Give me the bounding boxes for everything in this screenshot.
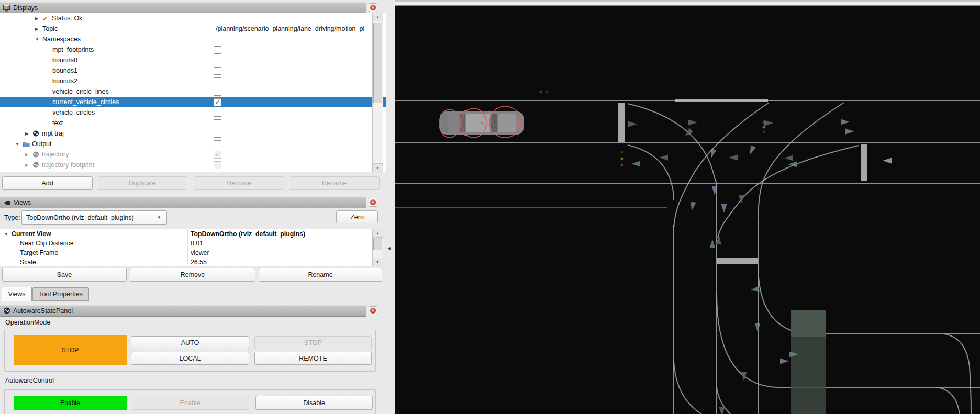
tree-row-mpt-footprints[interactable]: mpt_footprints [0, 44, 386, 55]
tree-label: vehicle_circles [52, 109, 95, 116]
property-value[interactable]: 26.55 [191, 259, 207, 266]
property-expand-down-icon[interactable]: ▼ [4, 232, 12, 237]
properties-scrollbar[interactable] [372, 229, 383, 266]
autoware-icon [32, 151, 42, 158]
tree-checkbox[interactable]: ✓ [214, 151, 221, 159]
scroll-down-icon[interactable] [373, 163, 383, 172]
view-type-dropdown[interactable]: TopDownOrtho (rviz_default_plugins) ▼ [21, 210, 167, 225]
splitter-handle[interactable] [153, 193, 185, 196]
tree-checkbox[interactable] [214, 119, 221, 127]
displays-monitor-icon [3, 5, 10, 12]
tree-checkbox[interactable] [214, 46, 221, 54]
displays-close-button[interactable]: ✕ [369, 3, 377, 12]
view-type-value: TopDownOrtho (rviz_default_plugins) [22, 214, 157, 221]
status-ok-icon: ✓ [42, 15, 48, 23]
tree-row-namespaces[interactable]: ▼Namespaces [0, 34, 386, 44]
autoware-control-state-button[interactable]: Enable [14, 396, 127, 410]
tree-row-vehicle-circles[interactable]: vehicle_circles [0, 107, 386, 118]
view-properties-table: ▼Current ViewTopDownOrtho (rviz_default_… [0, 229, 373, 266]
chevron-down-icon: ▼ [157, 215, 166, 220]
scrollbar-handle[interactable] [373, 23, 382, 103]
displays-add-button[interactable]: Add [2, 176, 93, 190]
displays-panel-header[interactable]: Displays [0, 2, 366, 14]
property-value[interactable]: TopDownOrtho (rviz_default_plugins) [191, 230, 305, 238]
views-remove-button[interactable]: Remove [130, 268, 255, 282]
tree-label: Topic [42, 25, 58, 32]
autoware-control-label: AutowareControl [5, 377, 54, 384]
tree-checkbox[interactable] [214, 161, 221, 169]
tree-row-status-ok[interactable]: ▶✓Status: Ok [0, 13, 386, 24]
close-icon: ✕ [370, 5, 376, 10]
tree-expand-right-icon[interactable]: ▶ [25, 131, 32, 136]
tree-label: bounds1 [52, 67, 77, 74]
tree-row-output[interactable]: ▼Output [0, 139, 386, 149]
zero-button[interactable]: Zero [336, 210, 378, 223]
tree-checkbox[interactable] [214, 88, 221, 96]
tab-tool-properties[interactable]: Tool Properties [32, 287, 89, 301]
panels-column: Displays ✕ ▶✓Status: Ok▶Topic/planning/s… [0, 0, 386, 414]
collapse-arrow-icon[interactable]: ◀ [387, 246, 391, 251]
operation-mode-stop-button: STOP [254, 336, 372, 349]
tree-row-trajectory-footprint[interactable]: ▶trajectory footprint [0, 160, 386, 170]
tree-checkbox[interactable] [214, 140, 221, 148]
operation-mode-buttons: AUTOSTOPLOCALREMOTE [131, 336, 372, 365]
tree-checkbox[interactable] [214, 130, 221, 138]
tree-value[interactable]: /planning/scenario_planning/lane_driving… [216, 24, 371, 34]
tree-checkbox[interactable]: ✓ [214, 98, 221, 106]
tree-expand-right-icon[interactable]: ▶ [35, 16, 42, 21]
tree-expand-right-icon[interactable]: ▶ [35, 27, 42, 31]
operation-mode-local-button[interactable]: LOCAL [131, 352, 249, 365]
views-camera-icon [3, 200, 11, 206]
operation-mode-label: OperationMode [5, 319, 50, 326]
tree-row-topic[interactable]: ▶Topic/planning/scenario_planning/lane_d… [0, 24, 386, 34]
autoware-control-disable-button[interactable]: Disable [255, 396, 373, 410]
splitter-handle[interactable] [153, 171, 185, 174]
tree-row-vehicle-circle-lines[interactable]: vehicle_circle_lines [0, 86, 386, 97]
tree-checkbox[interactable] [214, 77, 221, 85]
views-close-button[interactable]: ✕ [369, 198, 377, 207]
tree-expand-down-icon[interactable]: ▼ [35, 37, 42, 42]
tree-row-bounds0[interactable]: bounds0 [0, 55, 386, 65]
displays-rename-button: Rename [289, 176, 380, 190]
tab-views[interactable]: Views [2, 287, 32, 301]
tree-row-text[interactable]: text [0, 118, 386, 128]
displays-tree-scrollbar[interactable] [372, 13, 383, 172]
tree-row-trajectory[interactable]: ▶trajectory✓ [0, 149, 386, 160]
tree-expand-down-icon[interactable]: ▼ [15, 142, 23, 147]
operation-mode-auto-button[interactable]: AUTO [131, 336, 249, 349]
tree-checkbox[interactable] [214, 109, 221, 117]
views-save-button[interactable]: Save [2, 268, 127, 282]
tree-row-mpt-traj[interactable]: ▶mpt traj [0, 128, 386, 139]
scroll-up-icon[interactable] [373, 13, 383, 21]
property-row-scale[interactable]: Scale26.55 [0, 258, 373, 266]
tree-expand-right-icon[interactable]: ▶ [25, 163, 32, 167]
tree-row-current-vehicle-circles[interactable]: current_vehicle_circles✓ [0, 97, 386, 107]
tree-checkbox[interactable] [214, 67, 221, 75]
tree-expand-right-icon[interactable]: ▶ [25, 152, 32, 157]
property-row-target-frame[interactable]: Target Frameviewer [0, 248, 373, 258]
splitter-handle[interactable] [153, 299, 185, 303]
property-value[interactable]: 0.01 [191, 240, 203, 247]
scroll-up-icon[interactable] [373, 229, 383, 238]
property-value[interactable]: viewer [191, 249, 209, 256]
displays-duplicate-button: Duplicate [97, 176, 187, 190]
property-row-current-view[interactable]: ▼Current ViewTopDownOrtho (rviz_default_… [0, 229, 373, 239]
property-row-near-clip-distance[interactable]: Near Clip Distance0.01 [0, 239, 373, 248]
views-panel-header[interactable]: Views [0, 197, 366, 208]
property-name: Scale [20, 259, 36, 266]
panel-splitter[interactable]: ◀ [386, 0, 395, 414]
autoware-logo-icon [3, 307, 10, 315]
operation-mode-remote-button[interactable]: REMOTE [254, 352, 372, 365]
operation-mode-state-button[interactable]: STOP [14, 335, 127, 365]
properties-column-divider [187, 229, 188, 265]
views-rename-button[interactable]: Rename [259, 268, 382, 282]
autoware-close-button[interactable]: ✕ [369, 306, 377, 315]
tree-row-bounds1[interactable]: bounds1 [0, 65, 386, 76]
viewport-3d[interactable] [395, 0, 980, 414]
autoware-panel-header[interactable]: AutowareStatePanel [0, 305, 366, 317]
tree-row-bounds2[interactable]: bounds2 [0, 76, 386, 86]
scroll-down-icon[interactable] [373, 258, 383, 266]
tree-checkbox[interactable] [214, 57, 221, 64]
scrollbar-handle[interactable] [373, 238, 382, 250]
panel-tabs: ViewsTool Properties [0, 287, 386, 301]
